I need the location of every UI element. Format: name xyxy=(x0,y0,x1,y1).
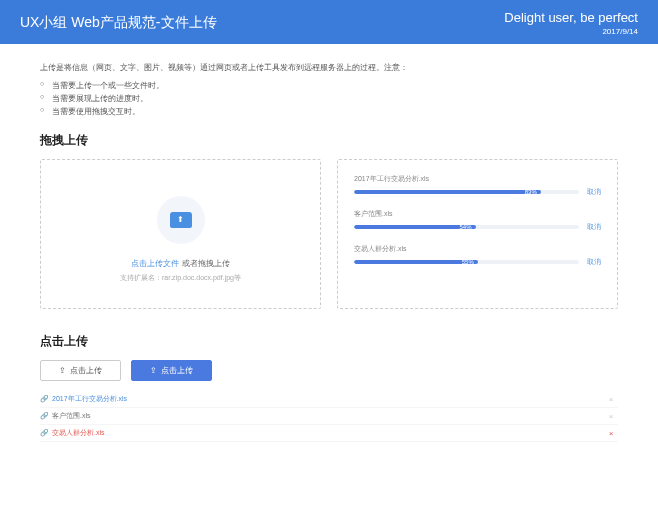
upload-button-outline[interactable]: ⇪ 点击上传 xyxy=(40,360,121,381)
section-click-title: 点击上传 xyxy=(40,333,618,350)
bullet-item: 当需要展现上传的进度时。 xyxy=(40,92,618,105)
drag-text: 点击上传文件 或者拖拽上传 xyxy=(131,258,229,269)
file-remove[interactable]: × xyxy=(604,429,618,438)
file-remove[interactable]: × xyxy=(604,395,618,404)
progress-filename: 交易人群分析.xls xyxy=(354,244,601,254)
file-row: 🔗 交易人群分析.xls × xyxy=(40,425,618,442)
progress-item: 2017年工行交易分析.xls 83% 取消 xyxy=(354,174,601,197)
progress-cancel[interactable]: 取消 xyxy=(587,257,601,267)
button-label: 点击上传 xyxy=(161,365,193,376)
drag-progress-box: 2017年工行交易分析.xls 83% 取消 客户范围.xls 54% 取消 交… xyxy=(337,159,618,309)
cloud-circle xyxy=(157,196,205,244)
progress-bar: 83% xyxy=(354,190,579,194)
file-name[interactable]: 客户范围.xls xyxy=(52,411,604,421)
upload-button-primary[interactable]: ⇪ 点击上传 xyxy=(131,360,212,381)
upload-icon: ⇪ xyxy=(59,366,66,375)
progress-pct: 83% xyxy=(525,190,537,194)
attachment-icon: 🔗 xyxy=(40,429,52,437)
progress-bar: 55% xyxy=(354,260,579,264)
attachment-icon: 🔗 xyxy=(40,395,52,403)
header-date: 2017/9/14 xyxy=(504,27,638,36)
intro-text: 上传是将信息（网页、文字、图片、视频等）通过网页或者上传工具发布到远程服务器上的… xyxy=(40,62,618,73)
progress-item: 客户范围.xls 54% 取消 xyxy=(354,209,601,232)
drag-text-suffix: 或者拖拽上传 xyxy=(179,259,229,268)
progress-pct: 55% xyxy=(462,260,474,264)
section-drag-title: 拖拽上传 xyxy=(40,132,618,149)
drag-upload-link[interactable]: 点击上传文件 xyxy=(131,259,179,268)
file-name[interactable]: 交易人群分析.xls xyxy=(52,428,604,438)
progress-pct: 54% xyxy=(459,225,471,229)
cloud-upload-icon xyxy=(170,212,192,228)
intro-bullets: 当需要上传一个或一些文件时。 当需要展现上传的进度时。 当需要使用拖拽交互时。 xyxy=(40,79,618,118)
file-row: 🔗 客户范围.xls × xyxy=(40,408,618,425)
file-name[interactable]: 2017年工行交易分析.xls xyxy=(52,394,604,404)
header-right: Delight user, be perfect 2017/9/14 xyxy=(504,10,638,36)
page-header: UX小组 Web产品规范-文件上传 Delight user, be perfe… xyxy=(0,0,658,44)
file-remove[interactable]: × xyxy=(604,412,618,421)
progress-filename: 客户范围.xls xyxy=(354,209,601,219)
content: 上传是将信息（网页、文字、图片、视频等）通过网页或者上传工具发布到远程服务器上的… xyxy=(0,44,658,460)
file-row: 🔗 2017年工行交易分析.xls × xyxy=(40,391,618,408)
progress-filename: 2017年工行交易分析.xls xyxy=(354,174,601,184)
attachment-icon: 🔗 xyxy=(40,412,52,420)
bullet-item: 当需要使用拖拽交互时。 xyxy=(40,105,618,118)
progress-cancel[interactable]: 取消 xyxy=(587,187,601,197)
header-title: UX小组 Web产品规范-文件上传 xyxy=(20,14,217,32)
progress-cancel[interactable]: 取消 xyxy=(587,222,601,232)
button-row: ⇪ 点击上传 ⇪ 点击上传 xyxy=(40,360,618,381)
progress-bar: 54% xyxy=(354,225,579,229)
upload-icon: ⇪ xyxy=(150,366,157,375)
file-list: 🔗 2017年工行交易分析.xls × 🔗 客户范围.xls × 🔗 交易人群分… xyxy=(40,391,618,442)
progress-item: 交易人群分析.xls 55% 取消 xyxy=(354,244,601,267)
bullet-item: 当需要上传一个或一些文件时。 xyxy=(40,79,618,92)
drag-dropzone[interactable]: 点击上传文件 或者拖拽上传 支持扩展名：rar.zip.doc.docx.pdf… xyxy=(40,159,321,309)
drag-hint: 支持扩展名：rar.zip.doc.docx.pdf.jpg等 xyxy=(120,273,241,283)
button-label: 点击上传 xyxy=(70,365,102,376)
header-slogan: Delight user, be perfect xyxy=(504,10,638,25)
drag-row: 点击上传文件 或者拖拽上传 支持扩展名：rar.zip.doc.docx.pdf… xyxy=(40,159,618,309)
